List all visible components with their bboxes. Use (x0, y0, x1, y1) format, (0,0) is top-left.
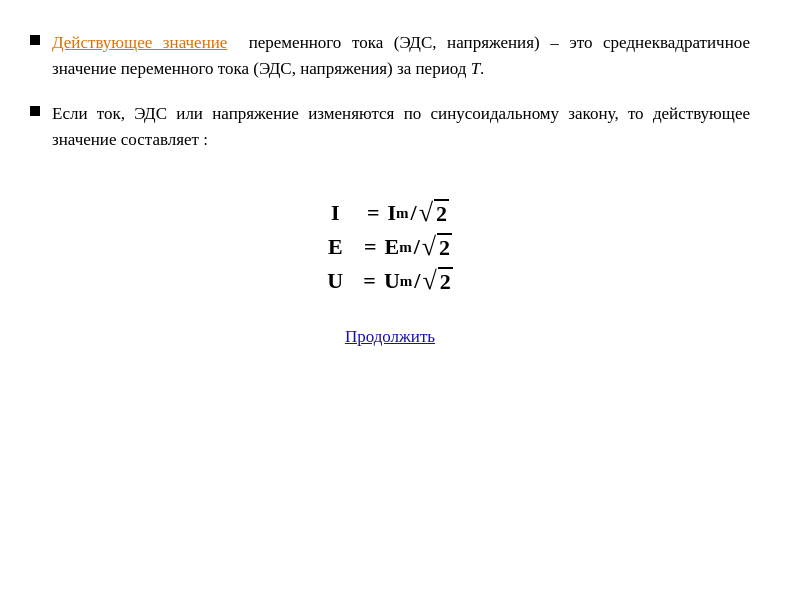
continue-link[interactable]: Продолжить (345, 327, 435, 347)
sqrt-inner-U: 2 (438, 267, 453, 295)
formula-I-slash: / (411, 200, 417, 226)
formula-I-sub: m (396, 205, 409, 222)
sqrt-inner-I: 2 (434, 199, 449, 227)
page: Действующее значение переменного тока (Э… (0, 0, 800, 600)
formula-I-sqrt: √ 2 (419, 199, 449, 227)
bullet-text-1: Действующее значение переменного тока (Э… (52, 30, 750, 83)
sqrt-symbol-U: √ (422, 268, 436, 294)
formula-U-rhs: Um / √ 2 (384, 267, 453, 295)
formula-U-slash: / (414, 268, 420, 294)
formula-I-lhs: I (331, 200, 359, 226)
continue-link-container: Продолжить (30, 327, 750, 347)
formula-E-eq: = (364, 234, 377, 260)
formula-U-eq: = (363, 268, 376, 294)
bullet-icon-1 (30, 35, 40, 45)
formula-E-lhs: E (328, 234, 356, 260)
bullet-text-2: Если ток, ЭДС или напряжение изменяются … (52, 101, 750, 154)
formula-U-base: U (384, 268, 400, 294)
formula-U-lhs: U (327, 268, 355, 294)
formula-U: U = Um / √ 2 (327, 267, 452, 295)
bullet-list: Действующее значение переменного тока (Э… (30, 30, 750, 171)
bullet-item-1: Действующее значение переменного тока (Э… (30, 30, 750, 83)
italic-T: T (471, 59, 480, 78)
formula-E-sub: m (399, 239, 412, 256)
sqrt-symbol-I: √ (419, 200, 433, 226)
bullet-text-2-content: Если ток, ЭДС или напряжение изменяются … (52, 104, 750, 149)
highlight-text: Действующее значение (52, 33, 227, 52)
formula-I: I = Im / √ 2 (331, 199, 449, 227)
formula-E-sqrt: √ 2 (422, 233, 452, 261)
formula-I-base: I (388, 200, 397, 226)
sqrt-symbol-E: √ (422, 234, 436, 260)
formula-E-base: E (384, 234, 399, 260)
formula-I-eq: = (367, 200, 380, 226)
formula-E: E = Em / √ 2 (328, 233, 452, 261)
formula-E-slash: / (414, 234, 420, 260)
bullet-item-2: Если ток, ЭДС или напряжение изменяются … (30, 101, 750, 154)
formula-U-sqrt: √ 2 (422, 267, 452, 295)
sqrt-inner-E: 2 (437, 233, 452, 261)
formula-E-rhs: Em / √ 2 (384, 233, 452, 261)
bullet-icon-2 (30, 106, 40, 116)
formula-I-rhs: Im / √ 2 (388, 199, 449, 227)
formula-U-sub: m (400, 273, 413, 290)
formulas-block: I = Im / √ 2 E = Em / √ 2 (30, 199, 750, 295)
